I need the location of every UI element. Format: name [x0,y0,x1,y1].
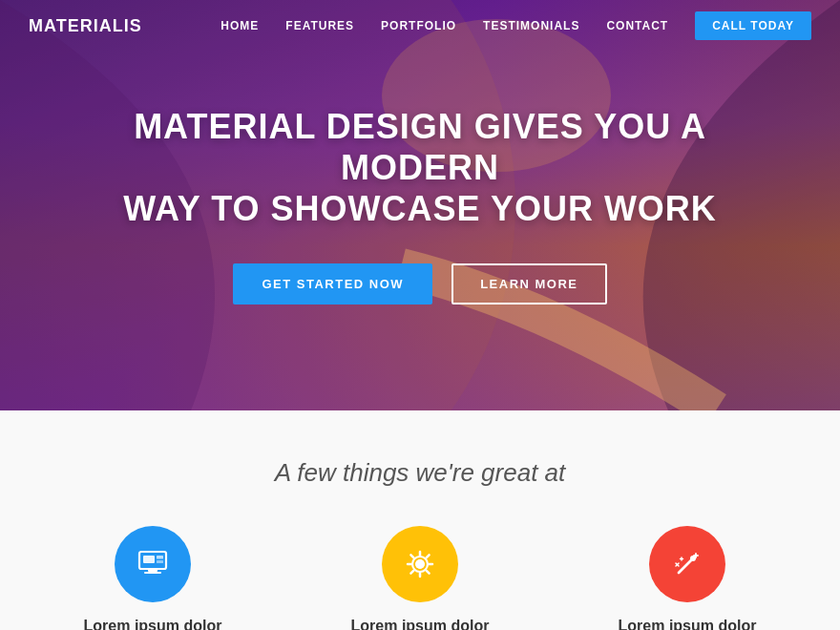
nav-home[interactable]: HOME [220,19,259,32]
hero-section: MATERIALIS HOME FEATURES PORTFOLIO TESTI… [0,0,840,410]
learn-more-button[interactable]: LEARN MORE [452,263,606,304]
nav-links: HOME FEATURES PORTFOLIO TESTIMONIALS CON… [220,11,811,40]
monitor-icon [135,546,171,582]
feature-item-0: Lorem ipsum dolor Lorem ipsum dolor sit … [38,526,267,630]
feature-icon-circle-1 [382,526,458,602]
feature-name-1: Lorem ipsum dolor [351,618,490,630]
features-section: A few things we're great at Lorem ipsum … [0,410,840,630]
nav-features[interactable]: FEATURES [285,19,354,32]
nav-portfolio[interactable]: PORTFOLIO [381,19,456,32]
magic-icon [669,546,705,582]
svg-rect-7 [157,560,163,563]
features-section-title: A few things we're great at [38,458,802,488]
gear-icon [402,546,438,582]
hero-title: MATERIAL DESIGN GIVES YOU A MODERN WAY T… [57,106,783,230]
feature-name-0: Lorem ipsum dolor [84,618,222,630]
features-grid: Lorem ipsum dolor Lorem ipsum dolor sit … [38,526,802,630]
svg-line-11 [679,559,692,573]
brand-logo: MATERIALIS [29,16,142,36]
feature-item-1: Lorem ipsum dolor Lorem ipsum dolor sit … [305,526,535,630]
svg-rect-4 [144,572,161,574]
feature-item-2: Lorem ipsum dolor Lorem ipsum dolor sit … [573,526,802,630]
call-today-button[interactable]: CALL TODAY [695,11,811,40]
svg-point-10 [416,560,425,569]
hero-buttons: GET STARTED NOW LEARN MORE [57,263,783,304]
nav-contact[interactable]: CONTACT [606,19,668,32]
feature-icon-circle-0 [115,526,191,602]
hero-content: MATERIAL DESIGN GIVES YOU A MODERN WAY T… [0,106,840,305]
nav-testimonials[interactable]: TESTIMONIALS [483,19,579,32]
svg-rect-3 [148,569,158,572]
svg-rect-5 [143,556,155,563]
navbar: MATERIALIS HOME FEATURES PORTFOLIO TESTI… [0,0,840,52]
svg-point-12 [690,556,696,561]
feature-name-2: Lorem ipsum dolor [619,618,757,630]
svg-rect-6 [157,556,163,559]
get-started-button[interactable]: GET STARTED NOW [233,263,432,304]
feature-icon-circle-2 [649,526,725,602]
